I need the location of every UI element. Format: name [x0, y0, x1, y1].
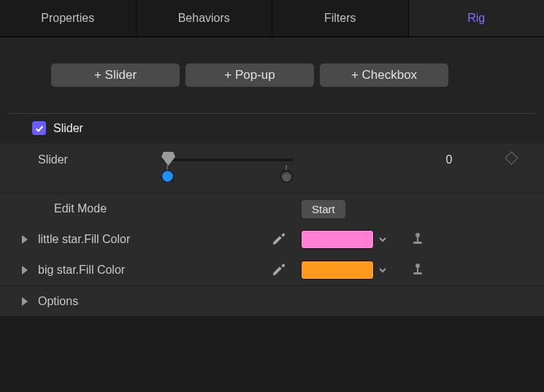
- color-well[interactable]: [301, 230, 374, 249]
- svg-rect-2: [413, 242, 422, 244]
- options-label: Options: [38, 295, 257, 308]
- svg-rect-1: [417, 237, 418, 242]
- rig-joystick-icon[interactable]: [410, 262, 425, 279]
- disclosure-icon[interactable]: [22, 266, 28, 274]
- tab-properties[interactable]: Properties: [0, 0, 137, 36]
- slider-param-label: Slider: [38, 153, 162, 166]
- svg-rect-5: [413, 272, 422, 274]
- tab-behaviors[interactable]: Behaviors: [137, 0, 273, 36]
- add-checkbox-button[interactable]: + Checkbox: [320, 64, 448, 87]
- slider-value[interactable]: 0: [405, 153, 493, 166]
- edit-mode-row: Edit Mode Start: [0, 193, 544, 224]
- add-slider-button[interactable]: + Slider: [51, 64, 180, 87]
- disclosure-icon[interactable]: [22, 297, 28, 306]
- snapshot-marker-active[interactable]: [162, 171, 173, 182]
- disclosure-icon[interactable]: [22, 235, 28, 244]
- inspector-tab-bar: Properties Behaviors Filters Rig: [0, 0, 544, 37]
- param-label: little star.Fill Color: [38, 233, 257, 246]
- eyedropper-icon[interactable]: [271, 231, 287, 249]
- color-well[interactable]: [301, 261, 374, 280]
- chevron-down-icon[interactable]: [377, 264, 388, 276]
- snapshot-bar[interactable]: [162, 171, 294, 190]
- add-widget-row: + Slider + Pop-up + Checkbox: [0, 37, 544, 113]
- param-row-little-star-fill: little star.Fill Color: [0, 224, 544, 255]
- inspector-body: Slider 0 Edit Mode: [0, 142, 544, 316]
- keyframe-icon[interactable]: [505, 151, 518, 164]
- tab-filters[interactable]: Filters: [272, 0, 409, 36]
- options-row: Options: [0, 285, 544, 316]
- edit-mode-label: Edit Mode: [38, 202, 257, 215]
- svg-rect-4: [417, 267, 418, 272]
- rig-joystick-icon[interactable]: [410, 231, 425, 248]
- param-row-big-star-fill: big star.Fill Color: [0, 255, 544, 285]
- edit-mode-start-button[interactable]: Start: [301, 199, 346, 219]
- eyedropper-icon[interactable]: [271, 261, 287, 280]
- add-popup-button[interactable]: + Pop-up: [185, 64, 314, 87]
- slider-param-block: Slider 0: [0, 142, 544, 193]
- tab-rig[interactable]: Rig: [409, 0, 545, 36]
- slider-section-title: Slider: [53, 122, 83, 135]
- param-label: big star.Fill Color: [38, 264, 257, 277]
- slider-enable-checkbox[interactable]: [32, 121, 46, 135]
- slider-thumb-icon[interactable]: [161, 152, 175, 166]
- snapshot-marker[interactable]: [281, 171, 292, 182]
- slider-section-header: Slider: [0, 114, 544, 142]
- chevron-down-icon[interactable]: [377, 234, 388, 245]
- slider-control[interactable]: [162, 153, 294, 166]
